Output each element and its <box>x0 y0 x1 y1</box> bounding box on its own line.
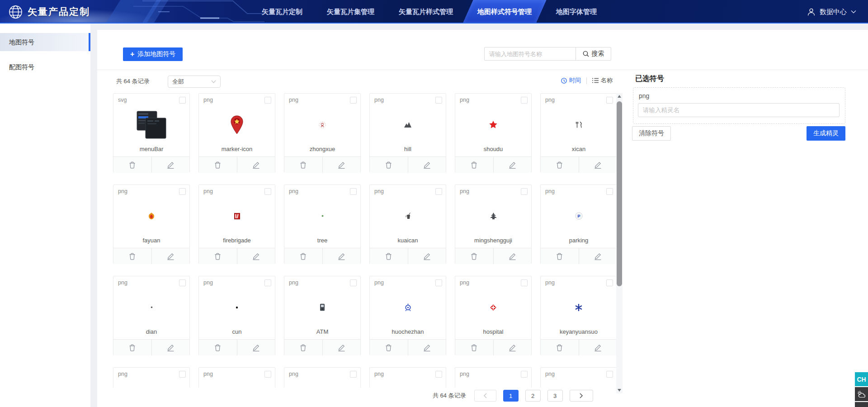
symbol-checkbox[interactable] <box>179 188 186 195</box>
symbol-card-body: png <box>370 368 446 388</box>
edit-symbol-button[interactable] <box>322 248 361 264</box>
nav-item-tile-style-management[interactable]: 矢量瓦片样式管理 <box>387 0 465 24</box>
symbol-checkbox[interactable] <box>521 188 528 195</box>
delete-symbol-button[interactable] <box>541 157 579 173</box>
edit-symbol-button[interactable] <box>151 340 190 355</box>
clear-symbols-button[interactable]: 清除符号 <box>632 126 671 141</box>
nav-item-vector-tile-custom[interactable]: 矢量瓦片定制 <box>250 0 315 24</box>
edit-symbol-button[interactable] <box>493 340 532 355</box>
symbol-checkbox[interactable] <box>521 97 528 104</box>
delete-symbol-button[interactable] <box>199 248 237 264</box>
delete-symbol-button[interactable] <box>370 157 408 173</box>
delete-symbol-button[interactable] <box>455 340 493 355</box>
delete-symbol-button[interactable] <box>284 340 322 355</box>
symbol-checkbox[interactable] <box>264 371 271 378</box>
symbol-checkbox[interactable] <box>521 371 528 378</box>
type-filter-select[interactable]: 全部 <box>168 76 221 88</box>
search-group: 搜索 <box>484 47 611 61</box>
edit-symbol-button[interactable] <box>579 157 617 173</box>
nav-item-tileset-management[interactable]: 矢量瓦片集管理 <box>315 0 387 24</box>
delete-symbol-button[interactable] <box>199 157 237 173</box>
symbol-checkbox[interactable] <box>179 371 186 378</box>
ime-language-button[interactable]: CH <box>855 372 868 386</box>
symbol-checkbox[interactable] <box>606 371 613 378</box>
scrollbar-thumb[interactable] <box>617 101 622 286</box>
edit-symbol-button[interactable] <box>237 340 275 355</box>
symbol-checkbox[interactable] <box>350 188 357 195</box>
delete-symbol-button[interactable] <box>541 340 579 355</box>
sidebar-item-map-symbols[interactable]: 地图符号 <box>0 33 90 51</box>
symbol-checkbox[interactable] <box>606 279 613 286</box>
symbol-checkbox[interactable] <box>179 97 186 104</box>
page-button-3[interactable]: 3 <box>547 390 563 402</box>
edit-symbol-button[interactable] <box>408 340 446 355</box>
symbol-checkbox[interactable] <box>179 279 186 286</box>
symbol-checkbox[interactable] <box>435 97 442 104</box>
symbol-card-actions <box>199 339 275 355</box>
add-map-symbol-button[interactable]: + 添加地图符号 <box>123 47 183 61</box>
sprite-name-input[interactable] <box>638 103 840 117</box>
scroll-up-arrow[interactable] <box>616 93 623 99</box>
pencil-icon <box>594 253 602 260</box>
search-input[interactable] <box>484 47 576 61</box>
next-page-button[interactable] <box>570 390 593 402</box>
symbol-checkbox[interactable] <box>350 97 357 104</box>
sort-by-name[interactable]: 名称 <box>592 76 613 85</box>
edit-symbol-button[interactable] <box>408 157 446 173</box>
delete-symbol-button[interactable] <box>284 248 322 264</box>
top-navbar: 矢量产品定制 矢量瓦片定制 矢量瓦片集管理 矢量瓦片样式管理 地图样式符号管理 … <box>0 0 868 24</box>
vertical-scrollbar[interactable] <box>616 93 623 393</box>
page-button-2[interactable]: 2 <box>525 390 541 402</box>
delete-symbol-button[interactable] <box>370 340 408 355</box>
symbol-checkbox[interactable] <box>435 279 442 286</box>
symbol-checkbox[interactable] <box>606 188 613 195</box>
edit-symbol-button[interactable] <box>151 157 190 173</box>
symbol-checkbox[interactable] <box>435 371 442 378</box>
delete-symbol-button[interactable] <box>370 248 408 264</box>
symbol-card-header: png <box>541 276 617 286</box>
prev-page-button[interactable] <box>474 390 496 402</box>
symbol-checkbox[interactable] <box>264 279 271 286</box>
symbol-checkbox[interactable] <box>350 279 357 286</box>
weather-float-button[interactable] <box>855 387 868 401</box>
delete-symbol-button[interactable] <box>113 157 151 173</box>
symbol-checkbox[interactable] <box>521 279 528 286</box>
sort-by-time[interactable]: 时间 <box>561 76 581 85</box>
search-button[interactable]: 搜索 <box>576 47 611 61</box>
edit-symbol-button[interactable] <box>408 248 446 264</box>
edit-symbol-button[interactable] <box>237 157 275 173</box>
edit-symbol-button[interactable] <box>237 248 275 264</box>
generate-sprite-button[interactable]: 生成精灵 <box>807 126 845 141</box>
delete-symbol-button[interactable] <box>455 157 493 173</box>
scroll-down-arrow[interactable] <box>616 387 623 393</box>
toolbox-float-button[interactable] <box>855 402 868 407</box>
symbol-checkbox[interactable] <box>606 97 613 104</box>
symbol-checkbox[interactable] <box>264 188 271 195</box>
symbol-checkbox[interactable] <box>350 371 357 378</box>
symbol-name: parking <box>541 237 617 248</box>
symbol-checkbox[interactable] <box>435 188 442 195</box>
symbol-card-header: png <box>455 368 531 378</box>
edit-symbol-button[interactable] <box>151 248 190 264</box>
page-button-1[interactable]: 1 <box>503 390 519 402</box>
delete-symbol-button[interactable] <box>113 248 151 264</box>
edit-symbol-button[interactable] <box>579 340 617 355</box>
edit-symbol-button[interactable] <box>493 248 532 264</box>
sidebar-item-config-symbols[interactable]: 配图符号 <box>0 58 90 76</box>
delete-symbol-button[interactable] <box>113 340 151 355</box>
edit-symbol-button[interactable] <box>493 157 532 173</box>
nav-item-map-font-management[interactable]: 地图字体管理 <box>544 0 609 24</box>
symbol-card-actions <box>455 156 531 173</box>
edit-symbol-button[interactable] <box>579 248 617 264</box>
delete-symbol-button[interactable] <box>284 157 322 173</box>
nav-item-map-symbol-management[interactable]: 地图样式符号管理 <box>465 0 544 24</box>
user-menu[interactable]: 数据中心 <box>807 0 856 24</box>
edit-symbol-button[interactable] <box>322 157 361 173</box>
trash-icon <box>471 161 477 169</box>
delete-symbol-button[interactable] <box>455 248 493 264</box>
symbol-checkbox[interactable] <box>264 97 271 104</box>
delete-symbol-button[interactable] <box>541 248 579 264</box>
delete-symbol-button[interactable] <box>199 340 237 355</box>
symbol-card: png tree <box>284 185 361 264</box>
edit-symbol-button[interactable] <box>322 340 361 355</box>
